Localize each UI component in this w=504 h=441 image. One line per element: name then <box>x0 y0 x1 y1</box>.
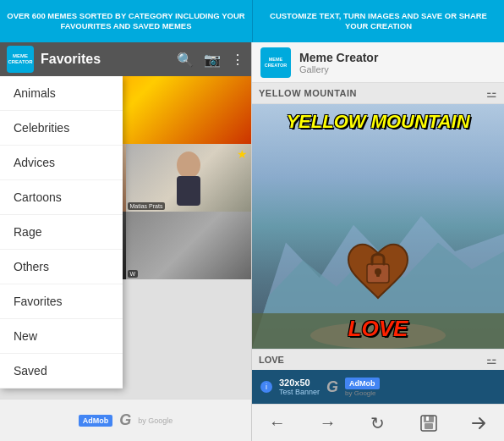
admob-by-left: by Google <box>138 416 173 425</box>
appbar-title: Favorites <box>41 52 170 67</box>
right-appbar: MEME CREATOR Meme Creator Gallery <box>252 42 504 83</box>
share-icon <box>469 414 488 433</box>
search-icon[interactable]: 🔍 <box>177 52 194 68</box>
right-banner-text: CUSTOMIZE TEXT, TURN IMAGES AND SAVE OR … <box>260 11 497 32</box>
left-content: Burning Iglesias S <box>0 76 251 399</box>
right-app-logo: MEME CREATOR <box>260 47 291 78</box>
admob-right-size: 320x50 <box>279 378 320 388</box>
main-content: MEME CREATOR Favorites 🔍 📷 ⋮ Burning <box>0 42 504 441</box>
meme-top-text: YELLOW MOUNTAIN <box>252 111 504 133</box>
svg-rect-13 <box>425 423 433 429</box>
left-panel: MEME CREATOR Favorites 🔍 📷 ⋮ Burning <box>0 42 252 441</box>
lock-heart-image <box>344 234 412 311</box>
more-icon[interactable]: ⋮ <box>231 52 244 68</box>
left-appbar: MEME CREATOR Favorites 🔍 📷 ⋮ <box>0 42 251 76</box>
nav-save-button[interactable] <box>412 406 446 440</box>
bg-cell-w: W <box>126 212 252 279</box>
menu-item-celebrities[interactable]: Celebrities <box>0 111 123 146</box>
right-appbar-info: Meme Creator Gallery <box>299 51 496 74</box>
admob-left: AdMob G by Google <box>0 399 251 441</box>
menu-item-favorites[interactable]: Favorites <box>0 284 123 319</box>
meme-label-bar: YELLOW MOUNTAIN ⚍ <box>252 83 504 104</box>
meme-image-area: YELLOW MOUNTAIN LOVE <box>252 104 504 349</box>
menu-item-rage[interactable]: Rage <box>0 215 123 250</box>
app-logo-text: MEME CREATOR <box>7 53 34 64</box>
svg-point-2 <box>177 152 200 179</box>
menu-item-animals[interactable]: Animals <box>0 76 123 111</box>
admob-logo-left: AdMob <box>79 415 113 427</box>
bottom-tune-icon[interactable]: ⚍ <box>486 353 497 367</box>
admob-right-logo: AdMob <box>345 378 380 389</box>
admob-content-left: AdMob G by Google <box>79 411 173 429</box>
menu-item-saved[interactable]: Saved <box>0 354 123 389</box>
man2-label: Matias Prats <box>128 202 166 210</box>
left-banner-text: OVER 600 MEMES SORTED BY CATEGORY INCLUD… <box>7 11 245 32</box>
right-app-logo-text: MEME CREATOR <box>260 57 291 67</box>
admob-right-branding: AdMob by Google <box>345 378 380 397</box>
meme-name-label: YELLOW MOUNTAIN <box>259 88 481 98</box>
bottom-nav: ← → ↻ <box>252 404 504 441</box>
nav-share-button[interactable] <box>462 406 496 440</box>
meme-bottom-text: LOVE <box>252 316 504 342</box>
appbar-icons: 🔍 📷 ⋮ <box>177 52 244 68</box>
admob-right-label: Test Banner <box>279 388 320 396</box>
svg-rect-14 <box>426 416 429 421</box>
admob-right: i 320x50 Test Banner G AdMob by Google <box>252 370 504 404</box>
svg-rect-3 <box>177 176 200 206</box>
w-label: W <box>128 270 139 278</box>
image-icon[interactable]: 📷 <box>204 52 221 68</box>
nav-refresh-button[interactable]: ↻ <box>361 406 395 440</box>
nav-forward-button[interactable]: → <box>310 406 344 440</box>
menu-item-new[interactable]: New <box>0 319 123 354</box>
admob-right-by: by Google <box>345 389 375 397</box>
nav-back-button[interactable]: ← <box>260 406 294 440</box>
w-image <box>126 212 252 279</box>
top-banners: OVER 600 MEMES SORTED BY CATEGORY INCLUD… <box>0 0 504 42</box>
mountain-scene: YELLOW MOUNTAIN LOVE <box>252 104 504 349</box>
bg-cell-man2: Matias Prats <box>126 144 252 212</box>
man2-image <box>126 144 252 212</box>
bottom-text-label: LOVE <box>259 355 481 365</box>
menu-item-cartoons[interactable]: Cartoons <box>0 180 123 215</box>
left-banner: OVER 600 MEMES SORTED BY CATEGORY INCLUD… <box>0 0 252 42</box>
save-icon <box>419 414 438 433</box>
admob-info-icon: i <box>260 381 272 393</box>
menu-item-others[interactable]: Others <box>0 250 123 284</box>
admob-right-texts: 320x50 Test Banner <box>279 378 320 396</box>
menu-item-advices[interactable]: Advices <box>0 146 123 180</box>
app-logo: MEME CREATOR <box>7 46 34 73</box>
tune-icon[interactable]: ⚍ <box>486 86 497 100</box>
right-panel: MEME CREATOR Meme Creator Gallery YELLOW… <box>252 42 504 441</box>
admob-right-g: G <box>326 378 338 396</box>
admob-g-left: G <box>119 411 131 429</box>
right-banner: CUSTOMIZE TEXT, TURN IMAGES AND SAVE OR … <box>252 0 504 42</box>
admob-right-content: 320x50 Test Banner G AdMob by Google <box>279 378 496 397</box>
lock-heart-svg <box>344 234 412 311</box>
right-appbar-title: Meme Creator <box>299 51 496 64</box>
svg-rect-10 <box>376 272 380 277</box>
dropdown-menu: Animals Celebrities Advices Cartoons Rag… <box>0 76 123 389</box>
bottom-text-bar: LOVE ⚍ <box>252 349 504 370</box>
right-appbar-subtitle: Gallery <box>299 64 496 74</box>
